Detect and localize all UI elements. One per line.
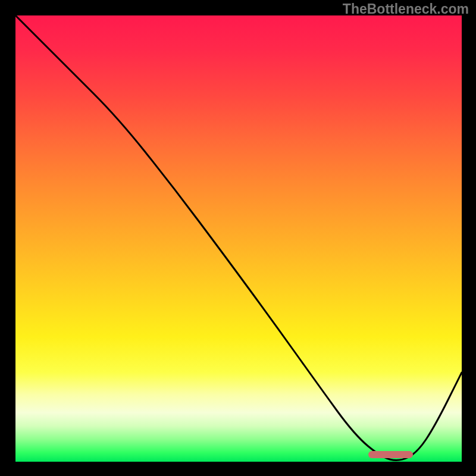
- optimum-range-marker: [368, 451, 413, 458]
- watermark-text: TheBottleneck.com: [343, 1, 469, 17]
- bottleneck-curve: [15, 15, 462, 462]
- bottleneck-chart: TheBottleneck.com: [0, 0, 476, 476]
- plot-area: [15, 15, 462, 462]
